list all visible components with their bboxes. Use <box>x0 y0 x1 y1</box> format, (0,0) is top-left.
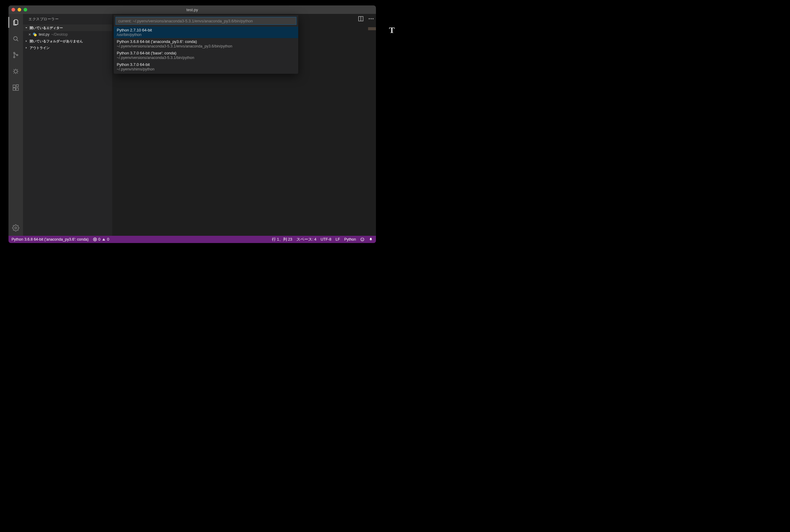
error-icon <box>93 237 97 242</box>
decor-big-t: T <box>389 25 395 35</box>
svg-point-5 <box>14 70 17 73</box>
scm-activity[interactable] <box>8 49 23 61</box>
editor-title-actions <box>358 16 374 22</box>
encoding-status[interactable]: UTF-8 <box>320 237 331 242</box>
app-window: test.py エクスプローラー <box>8 5 376 243</box>
quick-pick-item[interactable]: Python 3.7.0 64-bit ('base': conda)~/.py… <box>114 50 298 61</box>
svg-point-31 <box>373 18 374 19</box>
warning-count: 0 <box>107 237 109 242</box>
explorer-activity[interactable] <box>8 16 23 28</box>
split-editor-button[interactable] <box>358 16 364 22</box>
svg-rect-15 <box>13 88 15 90</box>
files-icon <box>12 19 19 26</box>
quick-pick-item-title: Python 2.7.10 64-bit <box>117 28 295 32</box>
more-actions-button[interactable] <box>368 16 374 22</box>
sidebar: エクスプローラー 開いているエディター × test.py ~/Desktop <box>23 14 112 236</box>
svg-line-1 <box>17 40 18 41</box>
quick-pick-item-detail: ~/.pyenv/shims/python <box>117 67 295 71</box>
ellipsis-icon <box>368 16 374 22</box>
quick-pick-input[interactable] <box>115 17 296 25</box>
status-bar: Python 3.6.8 64-bit ('anaconda_py3.6': c… <box>8 236 376 243</box>
quick-pick-item[interactable]: Python 3.7.0 64-bit~/.pyenv/shims/python <box>114 61 298 73</box>
svg-rect-17 <box>16 84 18 87</box>
window-title: test.py <box>8 7 376 12</box>
svg-point-4 <box>17 54 18 56</box>
interpreter-label: Python 3.6.8 64-bit ('anaconda_py3.6': c… <box>12 237 89 242</box>
svg-point-20 <box>34 34 37 36</box>
chevron-right-icon <box>24 46 29 50</box>
python-interpreter-status[interactable]: Python 3.6.8 64-bit ('anaconda_py3.6': c… <box>12 237 89 242</box>
quick-pick-item[interactable]: Python 3.6.8 64-bit ('anaconda_py3.6': c… <box>114 38 298 50</box>
open-editor-item[interactable]: × test.py ~/Desktop <box>23 31 112 38</box>
quick-pick-item-title: Python 3.7.0 64-bit ('base': conda) <box>117 51 295 55</box>
activity-bar <box>8 14 23 236</box>
open-editor-path: ~/Desktop <box>51 32 68 37</box>
quick-pick: Python 2.7.10 64-bit/usr/bin/pythonPytho… <box>114 15 298 74</box>
quick-pick-item[interactable]: Python 2.7.10 64-bit/usr/bin/python <box>114 26 298 38</box>
search-icon <box>12 35 19 42</box>
python-file-icon <box>33 32 37 37</box>
language-mode-status[interactable]: Python <box>344 237 356 242</box>
outline-label: アウトライン <box>30 46 50 50</box>
no-folder-section[interactable]: 開いているフォルダーがありません <box>23 38 112 44</box>
svg-point-18 <box>15 227 17 229</box>
sidebar-title: エクスプローラー <box>23 14 112 24</box>
gear-icon <box>12 224 19 231</box>
source-control-icon <box>12 51 19 59</box>
minimap[interactable] <box>368 27 376 30</box>
svg-point-26 <box>363 239 363 240</box>
open-editors-label: 開いているエディター <box>30 26 63 30</box>
outline-section[interactable]: アウトライン <box>23 44 112 51</box>
quick-pick-item-detail: ~/.pyenv/versions/anaconda3-5.3.1/bin/py… <box>117 56 295 60</box>
split-icon <box>358 16 364 22</box>
no-folder-label: 開いているフォルダーがありません <box>30 39 83 43</box>
search-activity[interactable] <box>8 33 23 45</box>
svg-point-24 <box>361 238 364 241</box>
debug-icon <box>12 68 19 75</box>
quick-pick-item-detail: ~/.pyenv/versions/anaconda3-5.3.1/envs/a… <box>117 44 295 49</box>
extensions-icon <box>12 84 19 91</box>
svg-line-13 <box>14 73 15 73</box>
eol-status[interactable]: LF <box>335 237 340 242</box>
open-editor-filename: test.py <box>39 32 49 37</box>
close-editor-button[interactable]: × <box>29 32 31 37</box>
bell-icon <box>369 237 373 242</box>
chevron-right-icon <box>24 39 29 43</box>
extensions-activity[interactable] <box>8 82 23 94</box>
svg-point-25 <box>362 239 362 240</box>
cursor-position-status[interactable]: 行 1、列 23 <box>272 237 292 242</box>
problems-status[interactable]: 0 0 <box>93 237 109 242</box>
chevron-down-icon <box>24 26 29 30</box>
quick-pick-item-detail: /usr/bin/python <box>117 33 295 37</box>
svg-point-30 <box>370 18 372 19</box>
svg-line-11 <box>17 73 18 73</box>
svg-line-10 <box>14 69 15 70</box>
settings-activity[interactable] <box>8 222 23 234</box>
svg-rect-14 <box>13 85 15 87</box>
quick-pick-item-title: Python 3.6.8 64-bit ('anaconda_py3.6': c… <box>117 39 295 44</box>
svg-point-29 <box>369 18 370 19</box>
quick-pick-item-title: Python 3.7.0 64-bit <box>117 62 295 67</box>
feedback-status[interactable] <box>360 237 365 242</box>
titlebar: test.py <box>8 5 376 14</box>
warning-icon <box>102 237 106 242</box>
svg-line-12 <box>17 69 18 70</box>
open-editors-section[interactable]: 開いているエディター <box>23 24 112 31</box>
debug-activity[interactable] <box>8 65 23 77</box>
svg-rect-16 <box>16 88 18 90</box>
error-count: 0 <box>98 237 100 242</box>
notifications-status[interactable] <box>369 237 373 242</box>
smiley-icon <box>360 237 365 242</box>
svg-point-0 <box>14 37 17 40</box>
svg-point-3 <box>14 57 15 58</box>
indentation-status[interactable]: スペース: 4 <box>296 237 316 242</box>
